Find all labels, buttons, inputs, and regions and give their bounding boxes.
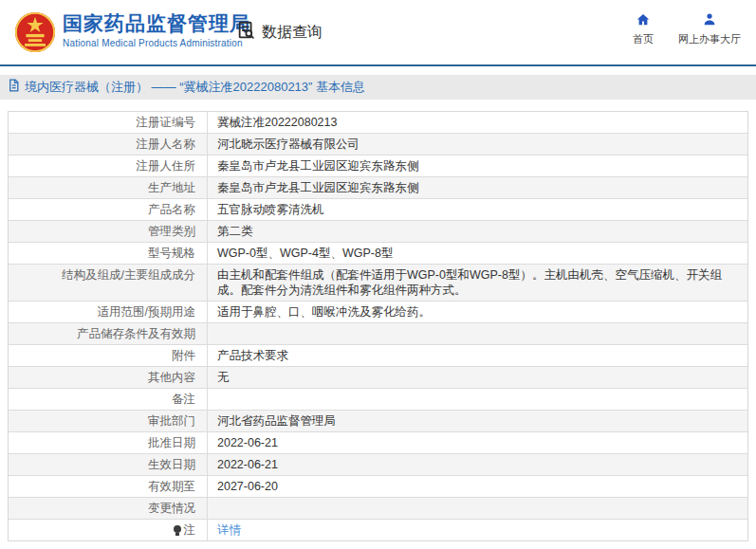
- table-row: 批准日期2022-06-21: [9, 432, 747, 454]
- nav-service-hall-label: 网上办事大厅: [678, 32, 741, 46]
- row-label: 注册人住所: [9, 156, 208, 176]
- row-label-text: 其他内容: [148, 371, 195, 384]
- table-row: 生效日期2022-06-21: [9, 454, 747, 476]
- table-row: 备注: [9, 389, 747, 411]
- row-label: 其他内容: [9, 367, 208, 388]
- row-value: 五官脉动喷雾清洗机: [208, 199, 747, 220]
- row-label: 批准日期: [9, 432, 208, 453]
- row-value: 适用于鼻腔、口、咽喉冲洗及雾化给药。: [208, 302, 747, 322]
- agency-subtitle: National Medical Products Administration: [63, 38, 250, 48]
- row-label: 注册人名称: [9, 134, 208, 155]
- row-label-text: 有效期至: [148, 480, 195, 493]
- row-label-text: 注: [184, 523, 196, 537]
- table-row: 注册证编号冀械注准20222080213: [9, 112, 747, 134]
- table-row: 注册人住所秦皇岛市卢龙县工业园区迎宾东路东侧: [9, 156, 747, 177]
- row-label: 审批部门: [9, 411, 208, 431]
- nav-item-service-hall[interactable]: 网上办事大厅: [678, 12, 741, 46]
- row-label: 结构及组成/主要组成成分: [9, 265, 208, 301]
- row-value: [208, 389, 747, 410]
- agency-title: 国家药品监督管理局: [63, 12, 250, 35]
- row-label: 管理类别: [9, 221, 208, 242]
- data-query-icon: [236, 20, 257, 45]
- row-value: 无: [208, 367, 747, 388]
- row-label-text: 变更情况: [148, 502, 195, 515]
- table-row: 附件产品技术要求: [9, 345, 747, 367]
- table-row: 生产地址秦皇岛市卢龙县工业园区迎宾东路东侧: [9, 177, 747, 199]
- row-label-text: 型号规格: [148, 247, 195, 260]
- row-label-text: 生效日期: [148, 458, 195, 471]
- row-label-text: 产品名称: [148, 203, 195, 216]
- agency-logo-text: 国家药品监督管理局 National Medical Products Admi…: [63, 12, 250, 48]
- row-label-text: 注册人名称: [137, 137, 196, 151]
- row-value: 2022-06-21: [208, 454, 747, 475]
- row-label: 产品储存条件及有效期: [9, 323, 208, 344]
- table-row: 注详情: [9, 520, 747, 540]
- row-label-text: 审批部门: [148, 414, 195, 428]
- table-row: 结构及组成/主要组成成分由主机和配套件组成（配套件适用于WGP-0型和WGP-8…: [9, 265, 747, 302]
- row-label: 型号规格: [9, 243, 208, 264]
- row-value: 2022-06-21: [208, 432, 747, 453]
- row-label: 产品名称: [9, 199, 208, 220]
- table-row: 适用范围/预期用途适用于鼻腔、口、咽喉冲洗及雾化给药。: [9, 302, 747, 323]
- row-label-text: 产品储存条件及有效期: [77, 327, 195, 340]
- top-nav: 首页 网上办事大厅: [633, 12, 741, 46]
- row-label-text: 附件: [172, 349, 195, 362]
- national-emblem-logo: [13, 10, 57, 58]
- user-icon: [702, 12, 717, 28]
- row-label: 变更情况: [9, 498, 208, 519]
- row-value: 详情: [208, 520, 747, 540]
- row-value: [208, 498, 747, 519]
- table-row: 有效期至2027-06-20: [9, 476, 747, 498]
- table-row: 审批部门河北省药品监督管理局: [9, 411, 747, 432]
- table-row: 产品名称五官脉动喷雾清洗机: [9, 199, 747, 221]
- row-label: 生产地址: [9, 177, 208, 198]
- row-label: 备注: [9, 389, 208, 410]
- row-value: 河北晓示医疗器械有限公司: [208, 134, 747, 155]
- page-header: 国家药品监督管理局 National Medical Products Admi…: [0, 0, 756, 66]
- table-row: 管理类别第二类: [9, 221, 747, 243]
- registration-table: 注册证编号冀械注准20222080213注册人名称河北晓示医疗器械有限公司注册人…: [8, 111, 748, 541]
- row-value: 秦皇岛市卢龙县工业园区迎宾东路东侧: [208, 156, 747, 176]
- row-label-text: 注册证编号: [137, 116, 196, 129]
- detail-link[interactable]: 详情: [217, 523, 241, 537]
- home-icon: [636, 12, 651, 28]
- row-label: 附件: [9, 345, 208, 366]
- breadcrumb: 境内医疗器械（注册） —— “冀械注准20222080213” 基本信息: [0, 75, 756, 100]
- row-label-text: 注册人住所: [137, 159, 196, 173]
- row-value: 第二类: [208, 221, 747, 242]
- row-value: WGP-0型、WGP-4型、WGP-8型: [208, 243, 747, 264]
- table-row: 其他内容无: [9, 367, 747, 389]
- row-value: 产品技术要求: [208, 345, 747, 366]
- row-value: 河北省药品监督管理局: [208, 411, 747, 431]
- lightbulb-icon: [174, 525, 181, 533]
- row-label-text: 管理类别: [148, 225, 195, 238]
- nav-home-label: 首页: [633, 32, 654, 46]
- row-label: 生效日期: [9, 454, 208, 475]
- row-value: 由主机和配套件组成（配套件适用于WGP-0型和WGP-8型）。主机由机壳、空气压…: [208, 265, 747, 301]
- row-value: 2027-06-20: [208, 476, 747, 497]
- row-label: 适用范围/预期用途: [9, 302, 208, 322]
- document-icon: [8, 79, 20, 96]
- table-row: 变更情况: [9, 498, 747, 520]
- breadcrumb-title: 境内医疗器械（注册） —— “冀械注准20222080213” 基本信息: [25, 79, 365, 96]
- data-query-section[interactable]: 数据查询: [236, 20, 323, 45]
- row-label-text: 备注: [172, 393, 195, 406]
- row-label-text: 适用范围/预期用途: [98, 305, 195, 319]
- data-query-label: 数据查询: [262, 23, 323, 43]
- row-label-text: 批准日期: [148, 436, 195, 449]
- row-value: 冀械注准20222080213: [208, 112, 747, 133]
- row-value: [208, 323, 747, 344]
- row-label: 注册证编号: [9, 112, 208, 133]
- row-label-text: 结构及组成/主要组成成分: [62, 268, 195, 282]
- row-label-text: 生产地址: [148, 181, 195, 194]
- row-label: 注: [9, 520, 208, 540]
- row-label: 有效期至: [9, 476, 208, 497]
- table-row: 型号规格WGP-0型、WGP-4型、WGP-8型: [9, 243, 747, 265]
- nav-item-home[interactable]: 首页: [633, 12, 654, 46]
- row-value: 秦皇岛市卢龙县工业园区迎宾东路东侧: [208, 177, 747, 198]
- table-row: 产品储存条件及有效期: [9, 323, 747, 345]
- table-row: 注册人名称河北晓示医疗器械有限公司: [9, 134, 747, 156]
